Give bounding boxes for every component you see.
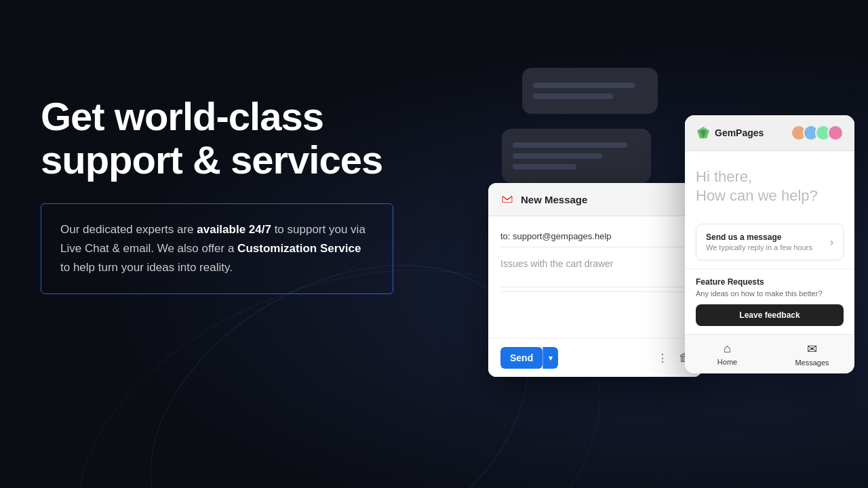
- nav-home-label: Home: [717, 358, 737, 366]
- nav-messages-label: Messages: [795, 359, 829, 367]
- bubble-line: [513, 142, 627, 148]
- feature-section: Feature Requests Any ideas on how to mak…: [685, 268, 854, 334]
- compose-title: New Message: [521, 194, 587, 205]
- feature-title: Feature Requests: [696, 277, 844, 287]
- send-button[interactable]: Send: [500, 347, 542, 369]
- more-options-icon[interactable]: ⋮: [657, 352, 668, 365]
- widget-nav: ⌂ Home ✉ Messages: [685, 334, 854, 373]
- support-widget: GemPages Hi there, How can we help? Send…: [685, 115, 854, 373]
- widget-header: GemPages: [685, 115, 854, 151]
- compose-line: [500, 287, 690, 287]
- right-section: New Message to: support@gempages.help Is…: [488, 54, 868, 447]
- bubble-line: [533, 83, 635, 88]
- compose-lines: [500, 287, 690, 292]
- chat-bubble-1: [522, 68, 658, 114]
- widget-actions: Send us a message We typically reply in …: [685, 216, 854, 268]
- home-icon: ⌂: [724, 342, 731, 356]
- send-message-content: Send us a message We typically reply in …: [706, 232, 812, 251]
- bubble-line: [513, 153, 602, 159]
- gempages-icon: [696, 125, 711, 140]
- greeting-line-2: How can we help?: [696, 187, 844, 205]
- widget-avatars: [791, 125, 844, 141]
- compose-body: to: support@gempages.help Issues with th…: [488, 216, 702, 338]
- nav-messages[interactable]: ✉ Messages: [770, 335, 854, 373]
- send-message-card[interactable]: Send us a message We typically reply in …: [696, 224, 844, 260]
- compose-footer: Send ▾ ⋮ 🗑: [488, 338, 702, 377]
- widget-brand-name: GemPages: [715, 127, 764, 138]
- send-message-title: Send us a message: [706, 232, 812, 242]
- gmail-icon: [500, 192, 514, 206]
- widget-greeting: Hi there, How can we help?: [685, 151, 854, 216]
- compose-header: New Message: [488, 183, 702, 216]
- chat-bubble-2: [502, 129, 651, 183]
- avatar-4: [827, 125, 844, 141]
- nav-home[interactable]: ⌂ Home: [685, 335, 770, 373]
- bubble-line: [533, 94, 613, 99]
- feedback-button[interactable]: Leave feedback: [696, 304, 844, 326]
- send-message-desc: We typically reply in a few hours: [706, 243, 812, 251]
- description-box: Our dedicated experts are available 24/7…: [41, 203, 393, 294]
- greeting-line-1: Hi there,: [696, 167, 844, 187]
- compose-to-field: to: support@gempages.help: [500, 226, 690, 247]
- send-button-group[interactable]: Send ▾: [500, 347, 558, 369]
- gem-logo: GemPages: [696, 125, 764, 140]
- messages-icon: ✉: [807, 342, 817, 357]
- compose-subject-field: Issues with the cart drawer: [500, 254, 690, 273]
- main-heading: Get world-class support & services: [41, 95, 393, 182]
- left-section: Get world-class support & services Our d…: [41, 95, 393, 294]
- send-dropdown-button[interactable]: ▾: [542, 347, 558, 369]
- bubble-line: [513, 164, 576, 169]
- description-text: Our dedicated experts are available 24/7…: [60, 220, 374, 277]
- send-message-arrow-icon: ›: [830, 237, 833, 247]
- compose-line: [500, 291, 690, 292]
- feature-desc: Any ideas on how to make this better?: [696, 289, 844, 298]
- compose-card: New Message to: support@gempages.help Is…: [488, 183, 702, 377]
